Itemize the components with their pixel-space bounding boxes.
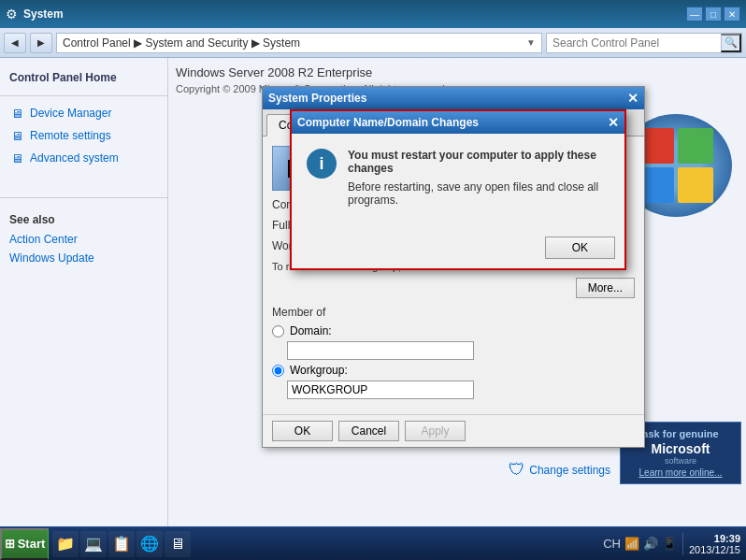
remote-settings-icon: 🖥 [9,128,24,143]
tray-icon-ch: CH [603,537,621,551]
title-bar: ⚙ System — □ ✕ [0,0,746,28]
inner-dialog-body: i You must restart your computer to appl… [292,134,624,233]
taskbar-icon-globe[interactable]: 🌐 [136,531,163,557]
search-button[interactable]: 🔍 [721,34,741,52]
search-box: 🔍 [546,33,742,53]
inner-dialog-footer: OK [292,233,624,268]
sidebar-item-label: Device Manager [30,107,111,120]
inner-dialog-content-row: i You must restart your computer to appl… [307,149,610,207]
maximize-button[interactable]: □ [705,7,722,22]
window-icon: ⚙ [6,7,18,22]
window-title: System [23,7,64,21]
taskbar: ⊞ Start 📁 💻 📋 🌐 🖥 CH 📶 🔊 📱 19:39 2013/12… [0,526,746,560]
sidebar-item-label: Remote settings [30,129,111,142]
learn-more-link[interactable]: Learn more online... [639,467,723,478]
inner-dialog-title-bar: Computer Name/Domain Changes ✕ [292,111,624,134]
forward-button[interactable]: ▶ [30,33,52,53]
taskbar-right: CH 📶 🔊 📱 19:39 2013/12/15 [597,533,746,555]
taskbar-items: 📁 💻 📋 🌐 🖥 [49,527,597,560]
domain-input-row [287,341,635,360]
search-input[interactable] [547,34,721,52]
domain-label: Domain: [290,324,332,337]
domain-radio-row: Domain: [272,324,635,337]
genuine-sub: software [626,456,735,466]
ok-button-sysprops[interactable]: OK [272,421,333,441]
taskbar-icon-computer[interactable]: 💻 [80,531,107,557]
system-props-title-bar: System Properties ✕ [263,87,644,109]
workgroup-radio[interactable] [272,365,284,377]
address-input[interactable]: Control Panel ▶ System and Security ▶ Sy… [56,33,542,53]
sidebar-item-label: Advanced system [30,151,119,165]
change-settings-icon: 🛡 [509,460,525,480]
workgroup-radio-row: Workgroup: [272,364,635,377]
taskbar-icon-cmd[interactable]: 📋 [108,531,135,557]
page-header-title: Windows Server 2008 R2 Enterprise [176,65,739,79]
domain-radio[interactable] [272,325,284,337]
member-of-label: Member of [272,306,635,319]
see-also-label: See also [0,204,167,230]
address-bar: ◀ ▶ Control Panel ▶ System and Security … [0,28,746,58]
inner-dialog-bold-text: You must restart your computer to apply … [348,149,610,175]
change-settings-button[interactable]: Change settings [529,464,610,477]
close-button[interactable]: ✕ [724,7,740,22]
sidebar-item-remote-settings[interactable]: 🖥 Remote settings [0,124,167,147]
title-bar-left: ⚙ System [6,7,64,22]
main-content: Control Panel Home 🖥 Device Manager 🖥 Re… [0,58,746,526]
inner-dialog-ok-button[interactable]: OK [545,237,615,259]
start-icon: ⊞ [5,537,15,551]
change-settings-area: 🛡 Change settings [509,460,610,480]
back-button[interactable]: ◀ [4,33,26,53]
inner-dialog-close-button[interactable]: ✕ [608,115,619,130]
taskbar-icon-explorer[interactable]: 📁 [52,531,79,557]
logo-yellow [678,167,713,203]
workgroup-input[interactable] [287,381,474,399]
title-bar-controls: — □ ✕ [686,7,740,22]
address-text: Control Panel ▶ System and Security ▶ Sy… [63,36,300,50]
logo-green [678,128,713,164]
info-icon: i [307,149,337,179]
radio-group: Domain: Workgroup: [272,324,635,399]
tray-icon-device: 📱 [662,537,677,551]
inner-dialog-title-text: Computer Name/Domain Changes [297,116,479,129]
domain-input[interactable] [287,341,474,360]
start-button[interactable]: ⊞ Start [0,528,49,560]
cancel-button-sysprops[interactable]: Cancel [338,421,399,441]
minimize-button[interactable]: — [686,7,703,22]
inner-dialog-normal-text: Before restarting, save any open files a… [348,180,610,207]
tray-icon-sound: 🔊 [643,537,658,551]
start-label: Start [18,537,46,551]
sidebar-item-advanced-system[interactable]: 🖥 Advanced system [0,147,167,169]
apply-button-sysprops[interactable]: Apply [405,421,466,441]
system-props-close-button[interactable]: ✕ [627,91,638,106]
inner-dialog: Computer Name/Domain Changes ✕ i You mus… [290,109,626,270]
clock: 19:39 2013/12/15 [689,533,740,555]
workgroup-input-row [287,381,635,399]
windows-logo [638,128,713,203]
windows-update-link[interactable]: Windows Update [0,249,167,267]
address-dropdown-icon[interactable]: ▼ [526,37,536,48]
taskbar-icon-monitor[interactable]: 🖥 [165,531,191,557]
sidebar: Control Panel Home 🖥 Device Manager 🖥 Re… [0,58,168,526]
tray-divider [682,533,683,555]
tray-icon-network: 📶 [624,537,639,551]
advanced-system-icon: 🖥 [9,151,24,165]
sidebar-item-device-manager[interactable]: 🖥 Device Manager [0,102,167,124]
more-button[interactable]: More... [576,278,635,298]
system-props-title: System Properties [268,92,366,105]
inner-dialog-text-area: You must restart your computer to apply … [348,149,610,207]
workgroup-radio-label: Workgroup: [290,364,348,377]
page-area: Windows Server 2008 R2 Enterprise Copyri… [168,58,746,526]
sidebar-home[interactable]: Control Panel Home [0,65,167,90]
device-manager-icon: 🖥 [9,106,24,121]
action-center-link[interactable]: Action Center [0,230,167,249]
system-tray: CH 📶 🔊 📱 [603,537,677,551]
clock-date: 2013/12/15 [689,544,740,555]
clock-time: 19:39 [689,533,740,544]
